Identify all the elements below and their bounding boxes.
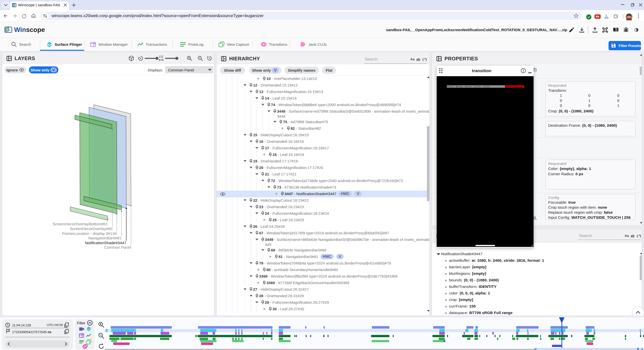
svg-text:NotificationShade#3447: NotificationShade#3447 (85, 241, 126, 245)
svg-text:NavigationBar0#81: NavigationBar0#81 (88, 236, 122, 240)
svg-text:Common Panel: Common Panel (104, 245, 131, 249)
svg-text:PointerLocation - display 0#13: PointerLocation - display 0#134 (62, 231, 117, 236)
svg-text:ScreenDecorOverlayBottom#61: ScreenDecorOverlayBottom#61 (53, 222, 108, 226)
svg-text:ScreenDecorOverlay#60: ScreenDecorOverlay#60 (70, 227, 112, 231)
